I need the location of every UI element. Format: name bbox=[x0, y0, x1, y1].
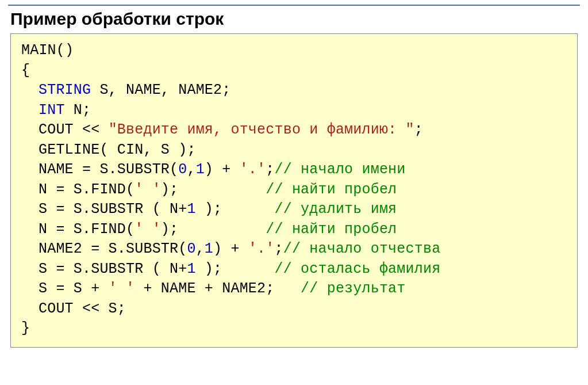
comment: // начало имени bbox=[274, 161, 405, 178]
string-literal: ' ' bbox=[134, 181, 161, 198]
code-text: ); bbox=[196, 201, 275, 218]
code-line: COUT << "Введите имя, отчество и фамилию… bbox=[21, 120, 567, 140]
code-text: S = S.SUBSTR ( N+ bbox=[39, 261, 187, 277]
code-line: MAIN() bbox=[21, 41, 567, 61]
code-text: COUT << bbox=[39, 121, 109, 138]
code-line: N = S.FIND(' '); // найти пробел bbox=[21, 220, 567, 240]
code-line: S = S.SUBSTR ( N+1 ); // осталась фамили… bbox=[21, 260, 567, 280]
number: 0 bbox=[178, 161, 187, 178]
code-line: S = S.SUBSTR ( N+1 ); // удалить имя bbox=[21, 200, 567, 220]
number: 1 bbox=[196, 161, 205, 178]
comment: // найти пробел bbox=[266, 181, 397, 198]
code-text: N = S.FIND( bbox=[39, 221, 134, 238]
code-text: S = S + bbox=[39, 280, 109, 297]
code-line: COUT << S; bbox=[21, 299, 567, 319]
string-literal: "Введите имя, отчество и фамилию: " bbox=[109, 121, 414, 138]
code-text: ); bbox=[161, 221, 266, 238]
code-text: , bbox=[196, 241, 205, 257]
code-line: S = S + ' ' + NAME + NAME2; // результат bbox=[21, 279, 567, 299]
number: 1 bbox=[187, 261, 195, 277]
code-text: , bbox=[187, 161, 195, 178]
code-text: ; bbox=[266, 161, 274, 178]
code-line: N = S.FIND(' '); // найти пробел bbox=[21, 180, 567, 200]
code-example-block: MAIN() { STRING S, NAME, NAME2; INT N; C… bbox=[10, 33, 578, 348]
keyword: INT bbox=[39, 102, 65, 119]
string-literal: '.' bbox=[240, 161, 266, 178]
code-text: N = S.FIND( bbox=[39, 181, 134, 198]
code-text: N; bbox=[65, 102, 91, 119]
number: 1 bbox=[205, 241, 213, 257]
code-text: ; bbox=[414, 121, 423, 138]
code-line: NAME2 = S.SUBSTR(0,1) + '.';// начало от… bbox=[21, 239, 567, 260]
comment: // найти пробел bbox=[266, 221, 397, 238]
slide-title: Пример обработки строк bbox=[0, 8, 588, 33]
code-line: { bbox=[21, 61, 567, 81]
code-line: GETLINE( CIN, S ); bbox=[21, 140, 567, 161]
top-divider bbox=[8, 5, 580, 6]
code-line: } bbox=[21, 319, 567, 339]
code-text: + NAME + NAME2; bbox=[134, 280, 301, 297]
keyword: STRING bbox=[39, 82, 91, 98]
code-text: ; bbox=[274, 241, 283, 257]
code-text: ); bbox=[196, 261, 275, 277]
code-text: S = S.SUBSTR ( N+ bbox=[39, 201, 187, 218]
code-line: NAME = S.SUBSTR(0,1) + '.';// начало име… bbox=[21, 160, 567, 180]
comment: // результат bbox=[301, 280, 405, 297]
number: 1 bbox=[187, 201, 195, 218]
code-line: INT N; bbox=[21, 101, 567, 121]
string-literal: '.' bbox=[248, 241, 275, 257]
code-text: NAME2 = S.SUBSTR( bbox=[39, 241, 187, 257]
string-literal: ' ' bbox=[134, 221, 161, 238]
number: 0 bbox=[187, 241, 195, 257]
code-text: ) + bbox=[205, 161, 240, 178]
comment: // удалить имя bbox=[274, 201, 397, 218]
code-line: STRING S, NAME, NAME2; bbox=[21, 81, 567, 101]
comment: // осталась фамилия bbox=[274, 261, 440, 277]
comment: // начало отчества bbox=[283, 241, 441, 257]
code-text: ) + bbox=[213, 241, 248, 257]
code-text: ); bbox=[161, 181, 266, 198]
string-literal: ' ' bbox=[109, 280, 135, 297]
code-text: S, NAME, NAME2; bbox=[91, 82, 230, 98]
code-text: NAME = S.SUBSTR( bbox=[39, 161, 178, 178]
